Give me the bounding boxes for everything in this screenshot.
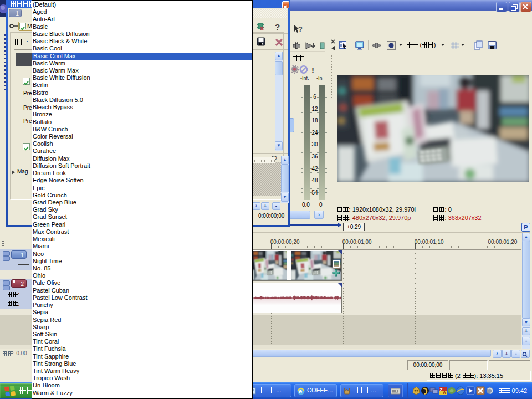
svg-text:!: ! <box>311 65 314 75</box>
svg-text:Z: Z <box>440 387 443 392</box>
svg-text:e: e <box>299 388 302 395</box>
svg-text:A: A <box>443 390 446 395</box>
svg-text:?: ? <box>275 22 280 32</box>
svg-text:?: ? <box>298 25 303 33</box>
